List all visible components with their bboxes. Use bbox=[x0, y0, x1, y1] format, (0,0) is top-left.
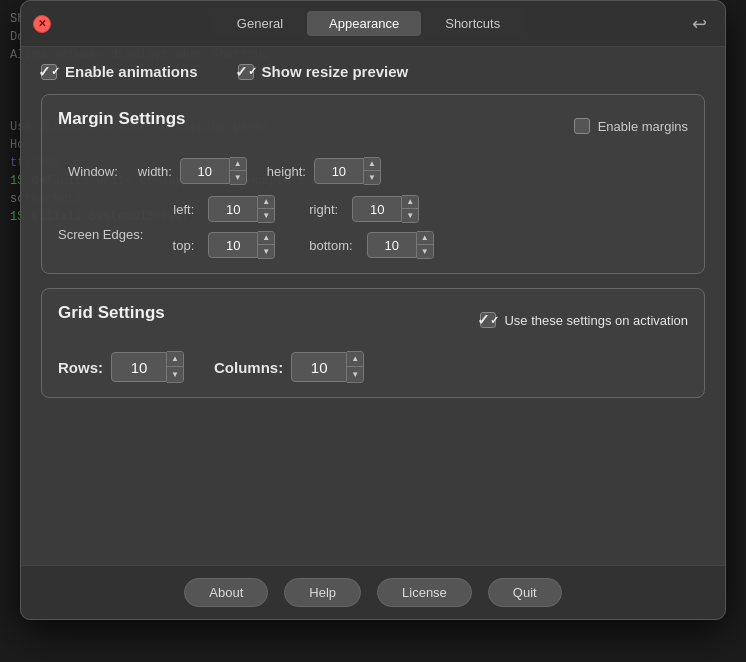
window-height-down-btn[interactable]: ▼ bbox=[364, 171, 380, 184]
enable-margins-checkbox[interactable] bbox=[574, 118, 590, 134]
columns-spinner-btns: ▲ ▼ bbox=[347, 351, 364, 383]
enable-margins-label: Enable margins bbox=[598, 119, 688, 134]
top-spinner-btns: ▲ ▼ bbox=[258, 231, 275, 259]
columns-spinner: ▲ ▼ bbox=[291, 351, 364, 383]
columns-input[interactable] bbox=[291, 352, 347, 382]
close-icon: ✕ bbox=[38, 18, 46, 29]
rows-down-btn[interactable]: ▼ bbox=[167, 367, 183, 382]
top-spinner: ▲ ▼ bbox=[208, 231, 275, 259]
left-down-btn[interactable]: ▼ bbox=[258, 209, 274, 222]
margin-settings-header: Margin Settings Enable margins bbox=[58, 109, 688, 143]
columns-field: Columns: ▲ ▼ bbox=[214, 351, 364, 383]
top-input[interactable] bbox=[208, 232, 258, 258]
right-input[interactable] bbox=[352, 196, 402, 222]
back-icon: ↩ bbox=[692, 14, 707, 34]
left-right-row: left: ▲ ▼ right: ▲ bbox=[159, 195, 433, 223]
tab-shortcuts[interactable]: Shortcuts bbox=[423, 11, 522, 36]
right-down-btn[interactable]: ▼ bbox=[402, 209, 418, 222]
help-button[interactable]: Help bbox=[284, 578, 361, 607]
content-area: ✓ Enable animations ✓ Show resize previe… bbox=[21, 47, 725, 428]
height-label: height: bbox=[267, 164, 306, 179]
right-spinner-btns: ▲ ▼ bbox=[402, 195, 419, 223]
columns-label: Columns: bbox=[214, 359, 283, 376]
left-up-btn[interactable]: ▲ bbox=[258, 196, 274, 209]
about-button[interactable]: About bbox=[184, 578, 268, 607]
tab-bar: General Appearance Shortcuts bbox=[213, 9, 524, 38]
check-icon: ✓ bbox=[235, 63, 248, 81]
width-label: width: bbox=[138, 164, 172, 179]
license-button[interactable]: License bbox=[377, 578, 472, 607]
margin-settings-title: Margin Settings bbox=[58, 109, 186, 129]
window-margin-row: Window: width: ▲ ▼ height: bbox=[58, 157, 688, 185]
enable-animations-checkbox[interactable]: ✓ bbox=[41, 64, 57, 80]
window-width-up-btn[interactable]: ▲ bbox=[230, 158, 246, 171]
top-down-btn[interactable]: ▼ bbox=[258, 245, 274, 258]
use-settings-label: Use these settings on activation bbox=[504, 313, 688, 328]
top-row: top: ▲ ▼ bottom: ▲ bbox=[159, 231, 433, 259]
bottom-down-btn[interactable]: ▼ bbox=[417, 245, 433, 258]
enable-animations-item: ✓ Enable animations bbox=[41, 63, 198, 80]
window-width-spinner: ▲ ▼ bbox=[180, 157, 247, 185]
rows-field: Rows: ▲ ▼ bbox=[58, 351, 184, 383]
close-button[interactable]: ✕ bbox=[33, 15, 51, 33]
window-height-spinner: ▲ ▼ bbox=[314, 157, 381, 185]
right-up-btn[interactable]: ▲ bbox=[402, 196, 418, 209]
bottom-input[interactable] bbox=[367, 232, 417, 258]
tab-general[interactable]: General bbox=[215, 11, 305, 36]
window-height-spinner-btns: ▲ ▼ bbox=[364, 157, 381, 185]
enable-animations-label: Enable animations bbox=[65, 63, 198, 80]
quit-button[interactable]: Quit bbox=[488, 578, 562, 607]
tab-appearance[interactable]: Appearance bbox=[307, 11, 421, 36]
rows-up-btn[interactable]: ▲ bbox=[167, 352, 183, 367]
check-icon: ✓ bbox=[38, 63, 51, 81]
grid-settings-box: Grid Settings ✓ Use these settings on ac… bbox=[41, 288, 705, 398]
bottom-spinner-btns: ▲ ▼ bbox=[417, 231, 434, 259]
enable-margins-row: Enable margins bbox=[574, 118, 688, 134]
use-settings-on-activation-item: ✓ Use these settings on activation bbox=[480, 312, 688, 328]
window-label: Window: bbox=[68, 164, 118, 179]
window-width-input[interactable] bbox=[180, 158, 230, 184]
left-input[interactable] bbox=[208, 196, 258, 222]
window-height-input[interactable] bbox=[314, 158, 364, 184]
window-height-up-btn[interactable]: ▲ bbox=[364, 158, 380, 171]
left-spinner-btns: ▲ ▼ bbox=[258, 195, 275, 223]
grid-settings-header: Grid Settings ✓ Use these settings on ac… bbox=[58, 303, 688, 337]
columns-up-btn[interactable]: ▲ bbox=[347, 352, 363, 367]
title-bar: ✕ General Appearance Shortcuts ↩ bbox=[21, 1, 725, 47]
screen-edges-section: Screen Edges: left: ▲ ▼ right: bbox=[58, 195, 688, 259]
rows-spinner: ▲ ▼ bbox=[111, 351, 184, 383]
columns-down-btn[interactable]: ▼ bbox=[347, 367, 363, 382]
bottom-label: bottom: bbox=[309, 238, 352, 253]
bottom-bar: About Help License Quit bbox=[21, 565, 725, 619]
rows-input[interactable] bbox=[111, 352, 167, 382]
bottom-up-btn[interactable]: ▲ bbox=[417, 232, 433, 245]
show-resize-preview-checkbox[interactable]: ✓ bbox=[238, 64, 254, 80]
rows-spinner-btns: ▲ ▼ bbox=[167, 351, 184, 383]
main-panel: ✕ General Appearance Shortcuts ↩ ✓ Enabl… bbox=[20, 0, 726, 620]
left-label: left: bbox=[159, 202, 194, 217]
show-resize-preview-label: Show resize preview bbox=[262, 63, 409, 80]
screen-edges-grid: left: ▲ ▼ right: ▲ bbox=[159, 195, 433, 259]
check-icon: ✓ bbox=[477, 311, 490, 329]
top-checks-row: ✓ Enable animations ✓ Show resize previe… bbox=[41, 63, 705, 80]
screen-edges-label: Screen Edges: bbox=[58, 223, 143, 242]
margin-settings-box: Margin Settings Enable margins Window: w… bbox=[41, 94, 705, 274]
grid-row: Rows: ▲ ▼ Columns: ▲ bbox=[58, 351, 688, 383]
right-spinner: ▲ ▼ bbox=[352, 195, 419, 223]
window-height-group: height: ▲ ▼ bbox=[267, 157, 381, 185]
left-spinner: ▲ ▼ bbox=[208, 195, 275, 223]
window-width-spinner-btns: ▲ ▼ bbox=[230, 157, 247, 185]
rows-label: Rows: bbox=[58, 359, 103, 376]
grid-settings-title: Grid Settings bbox=[58, 303, 165, 323]
show-resize-preview-item: ✓ Show resize preview bbox=[238, 63, 409, 80]
right-label: right: bbox=[309, 202, 338, 217]
top-up-btn[interactable]: ▲ bbox=[258, 232, 274, 245]
back-button[interactable]: ↩ bbox=[686, 11, 713, 37]
window-width-group: width: ▲ ▼ bbox=[138, 157, 247, 185]
top-label: top: bbox=[159, 238, 194, 253]
bottom-spinner: ▲ ▼ bbox=[367, 231, 434, 259]
use-settings-checkbox[interactable]: ✓ bbox=[480, 312, 496, 328]
window-width-down-btn[interactable]: ▼ bbox=[230, 171, 246, 184]
